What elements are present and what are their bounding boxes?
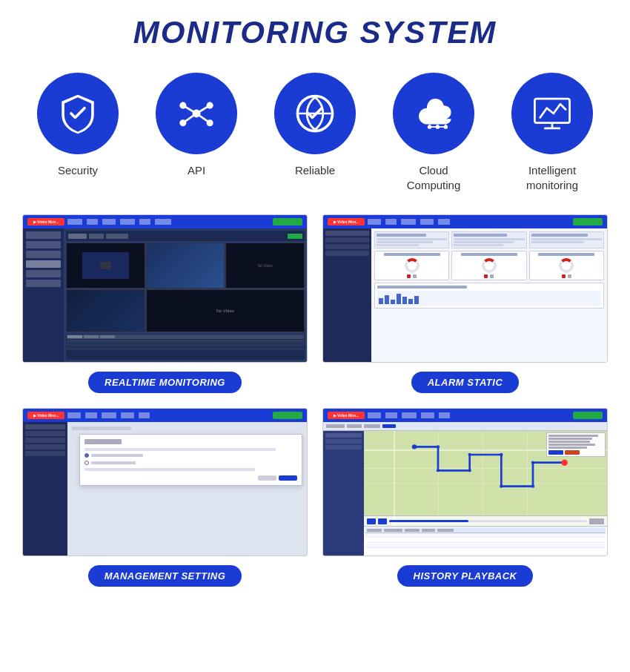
svg-point-21 — [412, 444, 417, 449]
reliable-label: Reliable — [295, 163, 335, 178]
intelligent-label: Intelligentmonitoring — [526, 163, 578, 192]
network-icon — [175, 92, 218, 135]
features-row: Security API — [22, 73, 608, 192]
svg-rect-18 — [534, 99, 569, 123]
feature-cloud: CloudComputing — [385, 73, 482, 192]
feature-api: API — [148, 73, 245, 178]
screenshot-history: ▶ Video Mon... — [322, 408, 608, 587]
alarm-screenshot: ▶ Video Mon... — [322, 214, 608, 363]
svg-point-27 — [500, 485, 503, 488]
security-label: Security — [58, 163, 98, 178]
cloud-computing-icon — [412, 92, 455, 135]
shield-icon — [56, 92, 99, 135]
page-container: MONITORING SYSTEM Security — [0, 0, 630, 609]
cloud-label: CloudComputing — [407, 163, 461, 192]
alarm-label: ALARM STATIC — [411, 372, 520, 393]
verified-icon — [294, 92, 336, 135]
svg-line-5 — [183, 105, 196, 113]
page-title: MONITORING SYSTEM — [22, 15, 608, 50]
feature-reliable: Reliable — [267, 73, 363, 178]
svg-line-6 — [196, 105, 210, 113]
realtime-screenshot: ▶ Video Mon... — [22, 214, 308, 363]
history-label: HISTORY PLAYBACK — [397, 565, 534, 587]
feature-intelligent: Intelligentmonitoring — [504, 73, 600, 192]
management-label: MANAGEMENT SETTING — [88, 565, 242, 587]
svg-point-26 — [500, 453, 503, 456]
svg-line-7 — [183, 113, 196, 123]
security-icon-circle — [37, 73, 119, 154]
history-screenshot: ▶ Video Mon... — [322, 408, 608, 556]
screenshot-realtime: ▶ Video Mon... — [22, 214, 308, 393]
svg-point-29 — [531, 461, 534, 464]
feature-security: Security — [30, 73, 126, 178]
svg-point-23 — [437, 469, 440, 472]
svg-point-28 — [531, 485, 534, 488]
svg-line-8 — [196, 113, 210, 123]
intelligent-icon-circle — [511, 73, 593, 154]
svg-point-24 — [468, 469, 471, 472]
screenshot-alarm: ▶ Video Mon... — [322, 214, 608, 393]
realtime-label: REALTIME MONITORING — [88, 372, 242, 393]
management-screenshot: ▶ Video Mon... — [22, 408, 308, 556]
svg-point-25 — [468, 453, 471, 456]
reliable-icon-circle — [274, 73, 356, 154]
svg-point-22 — [437, 445, 440, 448]
screenshots-grid: ▶ Video Mon... — [22, 214, 608, 587]
api-label: API — [188, 163, 205, 178]
api-icon-circle — [156, 73, 237, 154]
cloud-icon-circle — [393, 73, 474, 154]
svg-point-30 — [561, 459, 568, 466]
screenshot-management: ▶ Video Mon... — [22, 408, 308, 587]
chart-monitor-icon — [531, 92, 574, 135]
